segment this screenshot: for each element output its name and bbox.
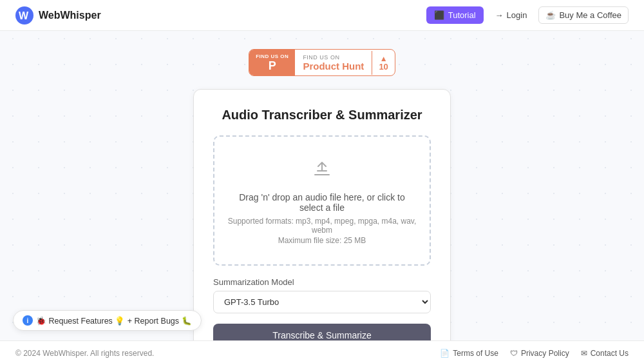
tutorial-button[interactable]: ⬛ Tutorial (426, 6, 484, 24)
envelope-icon: ✉ (581, 349, 587, 358)
model-label: Summarization Model (213, 277, 431, 287)
ph-tagline: Find Us On (256, 54, 289, 59)
file-dropzone[interactable]: Drag 'n' drop an audio file here, or cli… (213, 135, 431, 266)
privacy-link[interactable]: 🛡 Privacy Policy (510, 349, 569, 358)
feature-request-button[interactable]: i 🐞 Request Features 💡 + Report Bugs 🐛 (13, 310, 202, 331)
feature-button-label: 🐞 Request Features 💡 + Report Bugs 🐛 (36, 316, 192, 326)
ph-vote-area[interactable]: ▲ 10 (372, 51, 394, 75)
file-icon: 📄 (440, 349, 450, 358)
ph-name: Product Hunt (303, 61, 364, 72)
navbar-brand-area: W WebWhisper (15, 6, 101, 25)
login-button[interactable]: → Login (490, 6, 533, 24)
ph-letter: P (269, 60, 276, 72)
footer-links: 📄 Terms of Use 🛡 Privacy Policy ✉ Contac… (440, 349, 629, 358)
info-icon: i (23, 315, 33, 326)
terms-link[interactable]: 📄 Terms of Use (440, 349, 498, 358)
card-title: Audio Transcriber & Summarizer (213, 108, 431, 123)
navbar: W WebWhisper ⬛ Tutorial → Login ☕ Buy Me… (0, 0, 644, 31)
footer: © 2024 WebWhisper. All rights reserved. … (0, 340, 644, 363)
buy-coffee-button[interactable]: ☕ Buy Me a Coffee (538, 6, 629, 24)
login-icon: → (495, 10, 504, 20)
main-card: Audio Transcriber & Summarizer Drag 'n' … (193, 89, 451, 363)
coffee-icon: ☕ (545, 10, 556, 20)
navbar-actions: ⬛ Tutorial → Login ☕ Buy Me a Coffee (426, 6, 629, 24)
upload-icon (227, 156, 417, 184)
dropzone-main-text: Drag 'n' drop an audio file here, or cli… (227, 192, 417, 213)
svg-rect-4 (314, 174, 330, 175)
copyright: © 2024 WebWhisper. All rights reserved. (15, 349, 154, 358)
model-select[interactable]: GPT-3.5 Turbo GPT-4 (213, 291, 431, 313)
ph-logo: Find Us On P (249, 50, 295, 75)
ph-find-us: Find Us On (303, 54, 364, 61)
brand-name: WebWhisper (39, 10, 101, 21)
dropzone-maxsize: Maximum file size: 25 MB (227, 236, 417, 245)
dropzone-formats: Supported formats: mp3, mp4, mpeg, mpga,… (227, 217, 417, 235)
svg-text:W: W (19, 10, 29, 21)
contact-link[interactable]: ✉ Contact Us (581, 349, 629, 358)
product-hunt-badge[interactable]: Find Us On P Find Us On Product Hunt ▲ 1… (249, 49, 395, 76)
monitor-icon: ⬛ (434, 10, 444, 20)
ph-arrow-icon: ▲ (380, 55, 388, 63)
webwhisper-logo: W (15, 6, 33, 25)
ph-vote-count: 10 (379, 63, 388, 71)
ph-text: Find Us On Product Hunt (295, 50, 372, 75)
shield-icon: 🛡 (510, 349, 518, 358)
